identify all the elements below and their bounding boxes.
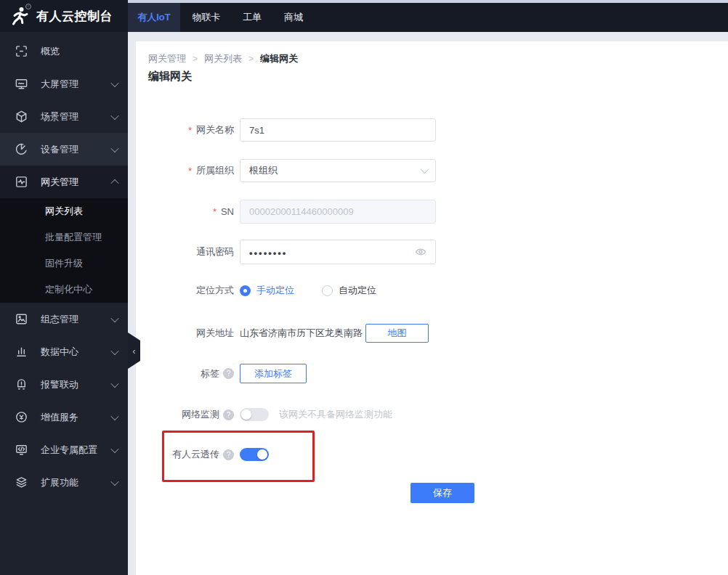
window-top-strip [128, 0, 728, 3]
sn-input: 00002000114460000009 [240, 200, 436, 224]
chevron-down-icon [110, 379, 118, 387]
top-tab-iot[interactable]: 有人IoT [128, 3, 180, 32]
submenu-item-batch-config[interactable]: 批量配置管理 [0, 224, 128, 250]
registered-mark: ® [25, 4, 31, 9]
network-monitor-hint: 该网关不具备网络监测功能 [279, 408, 392, 421]
toggle-knob [241, 409, 251, 420]
radio-auto-positioning-label[interactable]: 自动定位 [339, 284, 376, 297]
top-navbar: 有人IoT 物联卡 工单 商城 [128, 0, 728, 32]
radio-manual-positioning-label[interactable]: 手动定位 [256, 284, 294, 297]
address-label: 网关地址 [136, 327, 234, 340]
screen-icon [15, 77, 28, 91]
breadcrumb-gateway-list[interactable]: 网关列表 [204, 52, 242, 65]
required-mark: * [188, 166, 192, 176]
collapse-chevron-icon: ‹ [132, 346, 135, 356]
gateway-name-input[interactable]: 7s1 [240, 118, 436, 142]
form-row-cloud-passthrough: 有人云透传 ? [136, 448, 269, 461]
submenu-item-gateway-list[interactable]: 网关列表 [0, 198, 128, 224]
address-value: 山东省济南市历下区龙奥南路 [240, 327, 363, 340]
breadcrumb-gateway-mgmt[interactable]: 网关管理 [148, 52, 186, 65]
top-tab-workorder[interactable]: 工单 [240, 3, 264, 32]
save-button[interactable]: 保存 [410, 483, 474, 503]
radio-auto-positioning[interactable] [322, 285, 333, 296]
help-icon[interactable]: ? [223, 449, 234, 460]
top-tab-sim[interactable]: 物联卡 [190, 3, 223, 32]
map-button[interactable]: 地图 [365, 324, 429, 343]
chevron-down-icon [110, 78, 118, 86]
positioning-label: 定位方式 [136, 284, 234, 297]
chevron-up-icon [110, 179, 118, 187]
chevron-down-icon [110, 144, 118, 152]
sidebar-item-value-services[interactable]: 增值服务 [0, 401, 128, 433]
sidebar-item-label: 企业专属配置 [41, 444, 97, 457]
required-mark: * [188, 125, 192, 136]
organization-label: * 所属组织 [136, 164, 234, 177]
form-row-organization: * 所属组织 根组织 [136, 159, 436, 182]
runner-icon: ® [8, 5, 30, 27]
organization-select[interactable]: 根组织 [240, 159, 436, 182]
gateway-name-label: * 网关名称 [136, 123, 234, 136]
sidebar: ® 有人云控制台 概览 大屏管理 场景管理 [0, 0, 128, 575]
sidebar-item-label: 报警联动 [41, 378, 78, 391]
toggle-knob [257, 449, 267, 460]
sidebar-item-label: 扩展功能 [41, 476, 78, 489]
eye-icon[interactable] [415, 246, 426, 258]
sidebar-item-alarm-linkage[interactable]: 报警联动 [0, 368, 128, 401]
sidebar-item-overview[interactable]: 概览 [0, 35, 128, 68]
form-row-gateway-name: * 网关名称 7s1 [136, 118, 436, 142]
sidebar-item-label: 增值服务 [41, 411, 78, 424]
chevron-down-icon [110, 111, 118, 119]
value-service-icon [15, 410, 28, 424]
tags-label: 标签 ? [136, 367, 234, 380]
sidebar-item-enterprise-config[interactable]: 企业专属配置 [0, 433, 128, 466]
data-bars-icon [15, 345, 28, 359]
sidebar-item-label: 概览 [41, 45, 60, 58]
chevron-down-icon [110, 412, 118, 420]
help-icon[interactable]: ? [223, 409, 234, 420]
breadcrumb-edit-gateway: 编辑网关 [260, 52, 298, 65]
sidebar-item-label: 大屏管理 [41, 78, 78, 91]
sidebar-item-gateway-mgmt[interactable]: 网关管理 [0, 166, 128, 198]
breadcrumb-separator: > [248, 54, 254, 64]
cloud-passthrough-toggle[interactable] [240, 448, 269, 461]
extension-layers-icon [15, 476, 28, 489]
sidebar-item-scada-mgmt[interactable]: 组态管理 [0, 303, 128, 335]
network-monitor-label: 网络监测 ? [136, 408, 234, 421]
comm-password-input[interactable]: •••••••• [240, 240, 436, 264]
sidebar-item-extensions[interactable]: 扩展功能 [0, 466, 128, 499]
help-icon[interactable]: ? [223, 368, 234, 379]
submenu-item-firmware-upgrade[interactable]: 固件升级 [0, 250, 128, 277]
organization-value: 根组织 [249, 164, 278, 177]
overview-icon [15, 44, 28, 58]
gateway-submenu: 网关列表 批量配置管理 固件升级 定制化中心 [0, 198, 128, 303]
form-row-address: 网关地址 山东省济南市历下区龙奥南路 地图 [136, 324, 429, 343]
form-row-tags: 标签 ? 添加标签 [136, 364, 307, 383]
comm-password-label: 通讯密码 [136, 245, 234, 258]
add-tag-button[interactable]: 添加标签 [240, 364, 307, 383]
submenu-item-customization-center[interactable]: 定制化中心 [0, 277, 128, 303]
network-monitor-toggle [240, 408, 269, 421]
sidebar-item-scene-mgmt[interactable]: 场景管理 [0, 100, 128, 133]
gateway-name-value: 7s1 [249, 125, 264, 136]
form-row-comm-password: 通讯密码 •••••••• [136, 240, 436, 264]
chevron-down-icon [110, 346, 118, 354]
chevron-down-icon [110, 314, 118, 322]
sidebar-item-device-mgmt[interactable]: 设备管理 [0, 133, 128, 166]
sidebar-item-label: 数据中心 [41, 346, 78, 359]
sidebar-item-label: 设备管理 [41, 143, 78, 156]
sidebar-item-data-center[interactable]: 数据中心 [0, 335, 128, 368]
content-card: 网关管理 > 网关列表 > 编辑网关 编辑网关 * 网关名称 7s1 [136, 41, 728, 575]
form-row-network-monitor: 网络监测 ? 该网关不具备网络监测功能 [136, 408, 392, 421]
app-title: 有人云控制台 [36, 8, 113, 25]
sidebar-item-label: 网关管理 [41, 176, 78, 189]
top-tab-mall[interactable]: 商城 [282, 3, 305, 32]
sidebar-item-screen-mgmt[interactable]: 大屏管理 [0, 68, 128, 100]
cloud-passthrough-label: 有人云透传 ? [136, 448, 234, 461]
enterprise-monitor-icon [15, 443, 28, 457]
gateway-icon [15, 175, 28, 189]
app-window: ® 有人云控制台 概览 大屏管理 场景管理 [0, 0, 728, 575]
sidebar-item-label: 组态管理 [41, 313, 78, 326]
radio-manual-positioning[interactable] [240, 285, 251, 296]
breadcrumb: 网关管理 > 网关列表 > 编辑网关 [148, 52, 298, 65]
logo[interactable]: ® 有人云控制台 [0, 0, 128, 32]
